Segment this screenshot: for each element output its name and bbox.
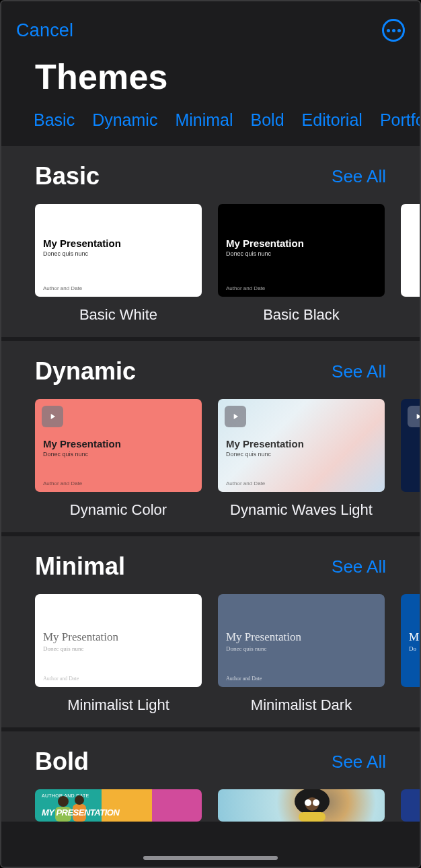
theme-thumbnail [218,789,385,822]
thumb-footer: Author and Date [226,285,265,291]
theme-dynamic-color[interactable]: My Presentation Donec quis nunc Author a… [35,399,202,519]
thumb-subtitle: Donec quis nunc [43,250,121,257]
svg-point-0 [58,796,69,807]
svg-rect-2 [73,804,86,822]
more-button[interactable] [382,19,405,42]
thumb-title: My Presentation [226,630,301,644]
theme-thumbnail [401,399,420,492]
svg-rect-1 [55,807,71,822]
theme-basic-peek[interactable] [401,204,420,324]
theme-label: Minimalist Light [35,696,202,714]
svg-point-3 [75,795,84,805]
home-indicator[interactable] [143,856,278,860]
section-basic: Basic See All My Presentation Donec quis… [1,146,420,337]
cancel-button[interactable]: Cancel [16,20,73,41]
category-bold[interactable]: Bold [251,110,284,130]
category-minimal[interactable]: Minimal [175,110,233,130]
section-dynamic: Dynamic See All My Presentation Donec qu… [1,341,420,532]
thumb-title: My Presentation [226,438,304,449]
category-bar: Basic Dynamic Minimal Bold Editorial Por… [1,106,420,142]
theme-label: Basic White [35,306,202,324]
see-all-basic[interactable]: See All [332,166,386,187]
theme-minimalist-light[interactable]: My Presentation Donec quis nunc Author a… [35,594,202,714]
section-title-bold: Bold [35,748,89,776]
theme-thumbnail: M Do [401,594,420,687]
thumb-footer: Author and Date [43,285,82,291]
thumb-footer: Author and Date [226,676,262,682]
play-icon [225,406,246,427]
section-title-dynamic: Dynamic [35,357,136,386]
theme-basic-white[interactable]: My Presentation Donec quis nunc Author a… [35,204,202,324]
section-title-minimal: Minimal [35,552,125,581]
thumb-subtitle: Donec quis nunc [226,451,304,458]
thumb-title: My Presentation [43,630,118,644]
page-title: Themes [1,52,420,106]
svg-point-7 [313,799,319,806]
theme-bold-1[interactable]: AUTHOR AND DATE [35,789,202,822]
see-all-bold[interactable]: See All [332,752,386,772]
thumb-subtitle: Donec quis nunc [226,250,304,257]
theme-thumbnail [401,789,420,822]
theme-thumbnail [401,204,420,297]
play-icon [408,406,420,427]
section-title-basic: Basic [35,162,100,190]
category-dynamic[interactable]: Dynamic [92,110,157,130]
thumb-footer: Author and Date [43,676,79,682]
see-all-dynamic[interactable]: See All [332,361,386,382]
theme-dynamic-peek[interactable] [401,399,420,519]
ellipsis-icon [387,29,401,32]
section-minimal: Minimal See All My Presentation Donec qu… [1,536,420,727]
theme-label: Basic Black [218,306,385,324]
theme-thumbnail: My Presentation Donec quis nunc Author a… [218,399,385,492]
svg-point-6 [305,799,311,806]
svg-rect-8 [299,812,326,822]
theme-thumbnail: My Presentation Donec quis nunc Author a… [35,399,202,492]
category-basic[interactable]: Basic [34,110,75,130]
category-editorial[interactable]: Editorial [302,110,362,130]
theme-minimalist-dark[interactable]: My Presentation Donec quis nunc Author a… [218,594,385,714]
theme-bold-2[interactable] [218,789,385,822]
thumb-title: My Presentation [43,238,121,249]
theme-thumbnail: My Presentation Donec quis nunc Author a… [218,594,385,687]
theme-thumbnail: My Presentation Donec quis nunc Author a… [218,204,385,297]
thumb-subtitle: Donec quis nunc [43,645,118,652]
theme-bold-peek[interactable] [401,789,420,822]
see-all-minimal[interactable]: See All [332,556,386,577]
theme-thumbnail: My Presentation Donec quis nunc Author a… [35,594,202,687]
thumb-title: My Presentation [226,238,304,249]
thumb-footer: Author and Date [43,480,82,486]
theme-minimal-peek[interactable]: M Do [401,594,420,714]
category-portfolio[interactable]: Portfolio [380,110,420,130]
theme-thumbnail: AUTHOR AND DATE [35,789,202,822]
theme-label: Dynamic Waves Light [218,501,385,519]
theme-label: Minimalist Dark [218,696,385,714]
thumb-title: My Presentation [43,438,121,449]
theme-dynamic-waves-light[interactable]: My Presentation Donec quis nunc Author a… [218,399,385,519]
theme-label: Dynamic Color [35,501,202,519]
theme-basic-black[interactable]: My Presentation Donec quis nunc Author a… [218,204,385,324]
theme-thumbnail: My Presentation Donec quis nunc Author a… [35,204,202,297]
section-bold: Bold See All AUTHOR AND DATE [1,731,420,822]
play-icon [42,406,63,427]
thumb-footer: Author and Date [226,480,265,486]
thumb-subtitle: Donec quis nunc [226,645,301,652]
thumb-subtitle: Donec quis nunc [43,451,121,458]
